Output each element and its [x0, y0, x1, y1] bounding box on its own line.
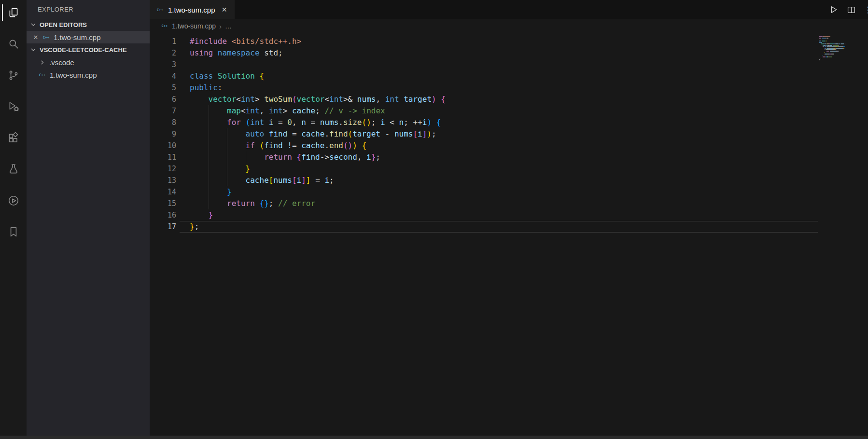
tab-label: 1.two-sum.cpp: [168, 6, 215, 14]
close-icon[interactable]: ✕: [32, 34, 39, 41]
cpp-file-icon: C++: [156, 5, 164, 14]
svg-text:C++: C++: [161, 24, 168, 28]
activity-bookmarks-button[interactable]: [2, 220, 25, 244]
extensions-icon: [7, 132, 20, 144]
git-branch-icon: [7, 69, 20, 82]
line-number: 15: [150, 198, 176, 209]
code-line[interactable]: 14 }: [150, 186, 868, 198]
line-number: 3: [150, 59, 176, 70]
activity-explorer-button[interactable]: [2, 1, 25, 24]
chevron-right-icon: [39, 59, 46, 66]
tree-item-label: .vscode: [49, 58, 74, 67]
line-content: auto find = cache.find(target - nums[i])…: [190, 128, 436, 140]
line-number: 11: [150, 151, 176, 163]
line-content: #include <bits/stdc++.h>: [190, 36, 301, 47]
sidebar-title: EXPLORER: [27, 0, 150, 18]
tree-item-two-sum-file[interactable]: C++ 1.two-sum.cpp: [27, 69, 150, 81]
cpp-file-icon: C++: [39, 70, 46, 80]
play-circle-icon: [7, 194, 20, 207]
tab-two-sum-cpp[interactable]: C++ 1.two-sum.cpp ✕: [150, 0, 235, 19]
code-line[interactable]: 6 vector<int> twoSum(vector<int>& nums, …: [150, 94, 868, 105]
line-content: return {}; // error: [190, 198, 315, 209]
activity-bar: [0, 0, 27, 436]
section-label: VSCODE-LEETCODE-CACHE: [40, 46, 127, 54]
breadcrumb: C++ 1.two-sum.cpp › …: [150, 19, 868, 33]
more-actions-button[interactable]: ⋮: [865, 5, 868, 15]
line-number: 17: [150, 221, 176, 233]
code-line[interactable]: 3: [150, 59, 868, 70]
code-line[interactable]: 4class Solution {: [150, 70, 868, 82]
tree-item-label: 1.two-sum.cpp: [50, 71, 97, 79]
open-editor-item[interactable]: ✕ C++ 1.two-sum.cpp: [27, 31, 150, 43]
activity-extensions-button[interactable]: [2, 126, 25, 150]
line-content: public:: [190, 82, 222, 94]
line-content: map<int, int> cache; // v -> index: [190, 105, 385, 117]
activity-search-button[interactable]: [2, 32, 25, 55]
run-button[interactable]: [829, 5, 838, 14]
code-line[interactable]: 7 map<int, int> cache; // v -> index: [150, 105, 868, 117]
chevron-down-icon: [29, 21, 37, 28]
search-icon: [7, 38, 20, 50]
tab-close-icon[interactable]: ✕: [221, 6, 228, 14]
activity-run-circle-button[interactable]: [2, 189, 25, 212]
chevron-down-icon: [29, 46, 37, 54]
section-open-editors[interactable]: OPEN EDITORS: [27, 18, 150, 31]
code-line[interactable]: 12 }: [150, 163, 868, 175]
line-number: 4: [150, 70, 176, 82]
tree-item-vscode-folder[interactable]: .vscode: [27, 56, 150, 69]
cpp-file-icon: C++: [42, 33, 50, 42]
code-line[interactable]: 16 }: [150, 209, 868, 221]
line-number: 7: [150, 105, 176, 117]
minimap[interactable]: [819, 36, 855, 61]
section-workspace[interactable]: VSCODE-LEETCODE-CACHE: [27, 43, 150, 56]
code-line[interactable]: 13 cache[nums[i]] = i;: [150, 175, 868, 186]
activity-run-debug-button[interactable]: [2, 95, 25, 118]
debug-icon: [7, 100, 20, 113]
code-line[interactable]: 8 for (int i = 0, n = nums.size(); i < n…: [150, 117, 868, 128]
code-line[interactable]: 2using namespace std;: [150, 47, 868, 59]
code-line[interactable]: 11 return {find->second, i};: [150, 151, 868, 163]
line-content: class Solution {: [190, 70, 264, 82]
line-content: if (find != cache.end()) {: [190, 140, 366, 151]
section-label: OPEN EDITORS: [40, 21, 87, 28]
line-content: }: [190, 209, 213, 221]
code-line[interactable]: 1#include <bits/stdc++.h>: [150, 36, 868, 47]
line-number: 5: [150, 82, 176, 94]
editor-group: C++ 1.two-sum.cpp ✕ ⋮: [150, 0, 868, 436]
line-number: 6: [150, 94, 176, 105]
breadcrumb-file[interactable]: 1.two-sum.cpp: [172, 22, 216, 30]
open-editor-label: 1.two-sum.cpp: [54, 33, 101, 41]
line-content: using namespace std;: [190, 47, 283, 59]
line-content: for (int i = 0, n = nums.size(); i < n; …: [190, 117, 441, 128]
split-editor-button[interactable]: [847, 6, 855, 14]
line-number: 8: [150, 117, 176, 128]
line-content: return {find->second, i};: [190, 151, 380, 163]
line-number: 1: [150, 36, 176, 47]
beaker-icon: [7, 163, 20, 176]
editor-actions: ⋮: [829, 0, 868, 19]
line-number: 12: [150, 163, 176, 175]
code-line[interactable]: 10 if (find != cache.end()) {: [150, 140, 868, 151]
code-line[interactable]: 17};: [150, 221, 868, 233]
line-number: 9: [150, 128, 176, 140]
tab-bar: C++ 1.two-sum.cpp ✕ ⋮: [150, 0, 868, 19]
breadcrumb-symbol-more[interactable]: …: [225, 22, 232, 30]
activity-source-control-button[interactable]: [2, 64, 25, 87]
svg-text:C++: C++: [39, 72, 46, 77]
line-number: 10: [150, 140, 176, 151]
line-number: 16: [150, 209, 176, 221]
svg-text:C++: C++: [43, 35, 50, 39]
line-content: vector<int> twoSum(vector<int>& nums, in…: [190, 94, 446, 105]
breadcrumb-separator-icon: ›: [219, 22, 222, 30]
line-number: 13: [150, 175, 176, 186]
bottom-edge-strip: [0, 436, 868, 439]
bookmark-icon: [7, 226, 20, 238]
code-line[interactable]: 15 return {}; // error: [150, 198, 868, 209]
line-content: }: [190, 163, 250, 175]
code-area[interactable]: 1#include <bits/stdc++.h>2using namespac…: [150, 33, 868, 436]
code-line[interactable]: 9 auto find = cache.find(target - nums[i…: [150, 128, 868, 140]
line-content: }: [190, 186, 232, 198]
line-content: };: [190, 221, 199, 233]
activity-testing-button[interactable]: [2, 158, 25, 181]
code-line[interactable]: 5public:: [150, 82, 868, 94]
